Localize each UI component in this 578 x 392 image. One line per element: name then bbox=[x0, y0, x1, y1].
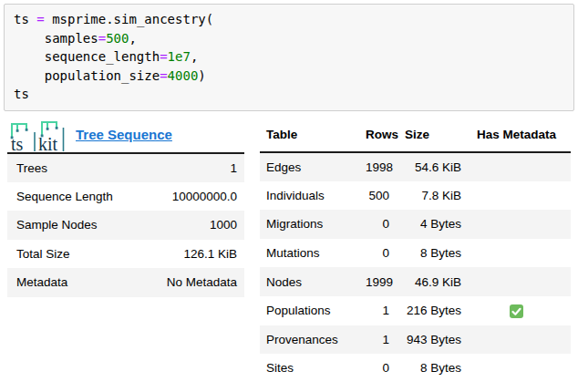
table-name-cell: Edges bbox=[260, 152, 365, 181]
table-row: Edges 1998 54.6 KiB bbox=[260, 152, 571, 181]
code-text: msprime.sim_ancestry( bbox=[45, 12, 213, 26]
column-header: Rows bbox=[365, 117, 390, 152]
rows-cell: 1998 bbox=[365, 152, 390, 181]
has-metadata-cell bbox=[462, 325, 571, 355]
tables-table: Table Rows Size Has Metadata Edges 1998 … bbox=[260, 117, 571, 383]
column-header: Size bbox=[390, 117, 462, 152]
code-text: ts bbox=[14, 12, 36, 26]
rows-cell: 0 bbox=[365, 210, 390, 239]
summary-value: No Metadata bbox=[126, 268, 244, 297]
table-header-row: Table Rows Size Has Metadata bbox=[260, 117, 571, 152]
summary-label: Sample Nodes bbox=[7, 211, 126, 240]
column-header: Table bbox=[260, 117, 365, 152]
svg-text:ts: ts bbox=[11, 134, 24, 152]
code-operator: = bbox=[36, 12, 44, 26]
table-name-cell: Mutations bbox=[260, 239, 365, 268]
svg-text:kit: kit bbox=[38, 134, 58, 152]
size-cell: 46.9 KiB bbox=[390, 267, 462, 296]
summary-value: 10000000.0 bbox=[126, 182, 244, 211]
code-text: population_size bbox=[14, 68, 160, 83]
repr-header: ts kit Tree Sequence bbox=[7, 117, 244, 152]
code-text: , bbox=[191, 49, 198, 64]
code-operator: = bbox=[160, 49, 167, 64]
table-row: Sites 0 8 Bytes bbox=[260, 354, 571, 383]
has-metadata-cell bbox=[462, 296, 571, 325]
summary-table: Trees 1 Sequence Length 10000000.0 Sampl… bbox=[7, 152, 244, 297]
table-row: Mutations 0 8 Bytes bbox=[260, 239, 571, 268]
table-name-cell: Individuals bbox=[260, 181, 365, 211]
table-name-cell: Sites bbox=[260, 354, 365, 383]
size-cell: 7.8 KiB bbox=[390, 181, 462, 211]
rows-cell: 1999 bbox=[365, 267, 390, 296]
code-line: ts bbox=[14, 85, 564, 104]
table-row: Migrations 0 4 Bytes bbox=[260, 210, 571, 239]
has-metadata-cell bbox=[462, 152, 571, 181]
summary-label: Total Size bbox=[7, 240, 126, 269]
rows-cell: 1 bbox=[365, 296, 390, 325]
table-row: Metadata No Metadata bbox=[7, 268, 244, 297]
table-row: Provenances 1 943 Bytes bbox=[260, 325, 571, 355]
table-name-cell: Populations bbox=[260, 296, 365, 325]
size-cell: 216 Bytes bbox=[390, 296, 462, 325]
tables-column: Table Rows Size Has Metadata Edges 1998 … bbox=[260, 117, 571, 383]
code-number: 4000 bbox=[168, 68, 199, 83]
code-operator: = bbox=[98, 31, 106, 46]
size-cell: 8 Bytes bbox=[390, 239, 462, 268]
table-row: Populations 1 216 Bytes bbox=[260, 296, 571, 325]
summary-label: Trees bbox=[7, 153, 126, 182]
table-row: Sequence Length 10000000.0 bbox=[7, 182, 244, 211]
has-metadata-cell bbox=[462, 354, 571, 383]
code-number: 1e7 bbox=[168, 49, 191, 64]
rows-cell: 0 bbox=[365, 354, 390, 383]
has-metadata-cell bbox=[462, 181, 571, 211]
summary-column: ts kit Tree Sequence Trees 1 Sequence Le… bbox=[7, 117, 244, 383]
table-row: Trees 1 bbox=[7, 153, 244, 182]
table-row: Total Size 126.1 KiB bbox=[7, 240, 244, 269]
code-text: ) bbox=[198, 68, 205, 83]
tree-sequence-repr: ts kit Tree Sequence Trees 1 Sequence Le… bbox=[7, 117, 571, 383]
tskit-logo-icon: ts kit bbox=[7, 118, 66, 152]
code-text: , bbox=[129, 31, 136, 46]
check-icon bbox=[510, 304, 523, 318]
code-line: samples=500, bbox=[14, 29, 564, 48]
summary-label: Metadata bbox=[7, 268, 126, 297]
table-name-cell: Nodes bbox=[260, 267, 365, 296]
has-metadata-cell bbox=[462, 239, 571, 268]
rows-cell: 500 bbox=[365, 181, 390, 211]
summary-value: 126.1 KiB bbox=[126, 240, 244, 269]
size-cell: 54.6 KiB bbox=[390, 152, 462, 181]
table-row: Sample Nodes 1000 bbox=[7, 211, 244, 240]
rows-cell: 0 bbox=[365, 239, 390, 268]
table-name-cell: Provenances bbox=[260, 325, 365, 355]
code-cell[interactable]: ts = msprime.sim_ancestry( samples=500, … bbox=[4, 4, 574, 111]
summary-value: 1 bbox=[126, 153, 244, 182]
size-cell: 943 Bytes bbox=[390, 325, 462, 355]
tree-sequence-link[interactable]: Tree Sequence bbox=[76, 127, 172, 142]
column-header: Has Metadata bbox=[462, 117, 571, 152]
table-row: Individuals 500 7.8 KiB bbox=[260, 181, 571, 211]
code-line: sequence_length=1e7, bbox=[14, 47, 564, 67]
has-metadata-cell bbox=[462, 210, 571, 239]
size-cell: 4 Bytes bbox=[390, 210, 462, 239]
table-name-cell: Migrations bbox=[260, 210, 365, 239]
summary-label: Sequence Length bbox=[7, 182, 126, 211]
code-line: ts = msprime.sim_ancestry( bbox=[14, 10, 564, 29]
code-number: 500 bbox=[106, 31, 129, 46]
size-cell: 8 Bytes bbox=[390, 354, 462, 383]
code-line: population_size=4000) bbox=[14, 67, 564, 86]
code-text: samples bbox=[14, 31, 98, 46]
code-operator: = bbox=[160, 68, 167, 83]
has-metadata-cell bbox=[462, 267, 571, 296]
code-text: sequence_length bbox=[14, 49, 160, 64]
summary-value: 1000 bbox=[126, 211, 244, 240]
rows-cell: 1 bbox=[365, 325, 390, 355]
code-text: ts bbox=[14, 87, 29, 101]
table-row: Nodes 1999 46.9 KiB bbox=[260, 267, 571, 296]
